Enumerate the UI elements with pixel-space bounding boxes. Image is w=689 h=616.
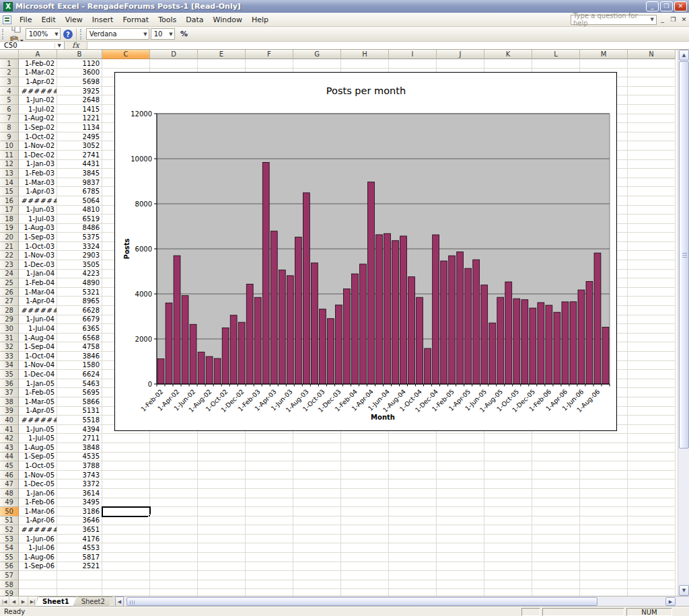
cell-A32[interactable]: 1-Sep-04 <box>19 342 57 352</box>
menu-view[interactable]: View <box>61 13 87 26</box>
font-size-select[interactable]: 10 ▼ <box>151 28 175 40</box>
workbook-restore-button[interactable]: ❐ <box>668 15 678 24</box>
cell-E42[interactable] <box>198 434 246 443</box>
row-header-57[interactable]: 57 <box>0 571 19 580</box>
help-button[interactable]: ? <box>61 28 75 41</box>
row-header-28[interactable]: 28 <box>0 306 19 315</box>
cell-B6[interactable]: 1415 <box>57 105 102 114</box>
column-header-D[interactable]: D <box>150 50 198 59</box>
row-header-25[interactable]: 25 <box>0 278 19 288</box>
cell-A29[interactable]: 1-Jun-04 <box>19 315 57 325</box>
cell-H50[interactable] <box>341 507 389 516</box>
row-header-56[interactable]: 56 <box>0 562 19 572</box>
bar-1-Nov-03[interactable] <box>327 319 334 384</box>
cell-E52[interactable] <box>198 525 246 535</box>
cell-B43[interactable]: 3848 <box>57 443 102 453</box>
bar-1-Apr-04[interactable] <box>368 182 375 384</box>
cell-L55[interactable] <box>532 553 580 562</box>
cell-G1[interactable] <box>293 59 341 69</box>
cell-L42[interactable] <box>532 434 580 443</box>
cell-E53[interactable] <box>198 535 246 544</box>
cell-L48[interactable] <box>532 489 580 498</box>
cell-N13[interactable] <box>628 169 676 178</box>
bar-1-Nov-02[interactable] <box>230 315 237 384</box>
column-header-C[interactable]: C <box>102 50 150 59</box>
cell-B16[interactable]: 5064 <box>57 196 102 206</box>
cell-C42[interactable] <box>102 434 150 443</box>
cell-N41[interactable] <box>628 425 676 434</box>
cell-N9[interactable] <box>628 132 676 142</box>
bar-1-Jan-05[interactable] <box>441 261 447 384</box>
cell-E46[interactable] <box>198 471 246 480</box>
cell-N24[interactable] <box>628 270 676 279</box>
cell-B11[interactable]: 2741 <box>57 151 102 160</box>
row-header-7[interactable]: 7 <box>0 114 19 124</box>
cell-D59[interactable] <box>150 589 198 596</box>
formula-input[interactable] <box>87 42 689 49</box>
cell-L57[interactable] <box>532 571 580 580</box>
cell-H58[interactable] <box>341 580 389 590</box>
cell-J53[interactable] <box>437 535 484 544</box>
cell-N50[interactable] <box>628 507 676 516</box>
row-header-34[interactable]: 34 <box>0 361 19 371</box>
cell-F50[interactable] <box>246 507 293 516</box>
cell-H1[interactable] <box>341 59 389 69</box>
bar-1-Dec-05[interactable] <box>530 308 536 384</box>
cell-L58[interactable] <box>532 580 580 590</box>
cell-N36[interactable] <box>628 379 676 389</box>
cell-N27[interactable] <box>628 297 676 306</box>
cell-D45[interactable] <box>150 461 198 471</box>
cell-I50[interactable] <box>389 507 437 516</box>
row-header-58[interactable]: 58 <box>0 580 19 590</box>
cell-N29[interactable] <box>628 315 676 325</box>
cell-F42[interactable] <box>246 434 293 443</box>
row-header-35[interactable]: 35 <box>0 370 19 379</box>
cell-N49[interactable] <box>628 498 676 508</box>
select-all-corner[interactable] <box>0 50 19 59</box>
cell-B4[interactable]: 3925 <box>57 87 102 96</box>
cell-F59[interactable] <box>246 589 293 596</box>
horizontal-scroll-thumb[interactable] <box>126 597 597 606</box>
column-header-J[interactable]: J <box>437 50 484 59</box>
cell-B44[interactable]: 4535 <box>57 453 102 462</box>
cell-J45[interactable] <box>437 461 484 471</box>
cell-B38[interactable]: 5866 <box>57 397 102 407</box>
cell-D50[interactable] <box>150 507 198 516</box>
bar-1-Dec-03[interactable] <box>335 305 342 384</box>
cell-G47[interactable] <box>293 479 341 489</box>
cell-K55[interactable] <box>484 553 532 562</box>
cell-K44[interactable] <box>484 453 532 462</box>
cell-B41[interactable]: 4394 <box>57 425 102 434</box>
cell-B15[interactable]: 6785 <box>57 187 102 196</box>
cell-L47[interactable] <box>532 479 580 489</box>
cell-B27[interactable]: 8965 <box>57 297 102 306</box>
cell-G57[interactable] <box>293 571 341 580</box>
bar-1-Mar-06[interactable] <box>554 312 560 384</box>
cell-I42[interactable] <box>389 434 437 443</box>
cell-N26[interactable] <box>628 288 676 297</box>
cell-G54[interactable] <box>293 543 341 553</box>
row-header-3[interactable]: 3 <box>0 77 19 87</box>
cell-A51[interactable]: 1-Apr-06 <box>19 516 57 526</box>
cell-E54[interactable] <box>198 543 246 553</box>
row-header-46[interactable]: 46 <box>0 471 19 480</box>
cell-N3[interactable] <box>628 77 676 87</box>
cell-G56[interactable] <box>293 562 341 572</box>
row-header-51[interactable]: 51 <box>0 516 19 526</box>
bar-1-Apr-02[interactable] <box>174 256 180 384</box>
cell-N35[interactable] <box>628 370 676 379</box>
bar-1-Feb-03[interactable] <box>254 297 261 384</box>
cell-A25[interactable]: 1-Feb-04 <box>19 278 57 288</box>
cell-B51[interactable]: 3646 <box>57 516 102 526</box>
cell-D47[interactable] <box>150 479 198 489</box>
cell-F49[interactable] <box>246 498 293 508</box>
row-header-14[interactable]: 14 <box>0 178 19 188</box>
cell-A5[interactable]: 1-Jun-02 <box>19 95 57 105</box>
cell-A8[interactable]: 1-Sep-02 <box>19 123 57 132</box>
bar-1-Aug-03[interactable] <box>303 193 310 384</box>
cell-N22[interactable] <box>628 251 676 260</box>
cell-D46[interactable] <box>150 471 198 480</box>
bar-1-Sep-03[interactable] <box>311 263 318 384</box>
cell-M57[interactable] <box>580 571 628 580</box>
cell-N2[interactable] <box>628 69 676 78</box>
